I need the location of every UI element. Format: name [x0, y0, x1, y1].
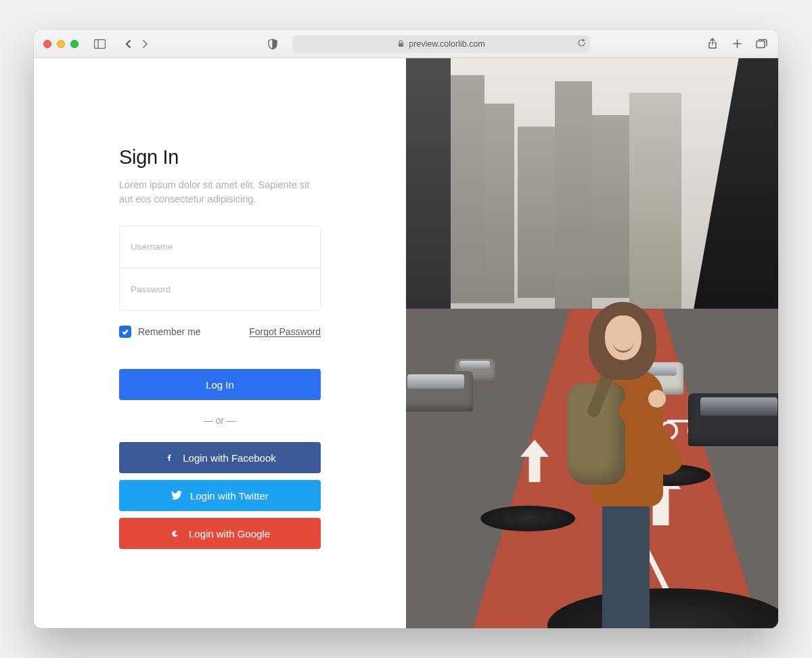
- new-tab-icon[interactable]: [729, 37, 744, 51]
- back-button[interactable]: [123, 37, 134, 51]
- remember-me-toggle[interactable]: Remember me: [119, 326, 201, 338]
- minimize-window-button[interactable]: [57, 40, 65, 48]
- forward-button[interactable]: [139, 37, 150, 51]
- checkbox-checked-icon: [119, 326, 131, 338]
- reload-icon[interactable]: [577, 39, 586, 49]
- login-facebook-button[interactable]: Login with Facebook: [119, 442, 321, 473]
- password-input[interactable]: [131, 284, 309, 294]
- svg-rect-2: [399, 43, 403, 47]
- login-twitter-button[interactable]: Login with Twitter: [119, 480, 321, 511]
- remember-me-label: Remember me: [138, 326, 201, 337]
- google-icon: [170, 528, 181, 539]
- lock-icon: [397, 40, 405, 47]
- sidebar-toggle-icon[interactable]: [92, 37, 107, 51]
- share-icon[interactable]: [705, 37, 720, 51]
- page-title: Sign In: [119, 146, 321, 169]
- facebook-icon: [164, 452, 175, 463]
- svg-rect-5: [757, 41, 765, 48]
- login-button-label: Log In: [206, 379, 234, 391]
- url-text: preview.colorlib.com: [409, 39, 485, 49]
- facebook-button-label: Login with Facebook: [183, 452, 276, 464]
- google-button-label: Login with Google: [189, 528, 270, 540]
- svg-rect-0: [94, 39, 105, 48]
- address-bar[interactable]: preview.colorlib.com: [292, 35, 590, 53]
- forgot-password-link[interactable]: Forgot Password: [249, 326, 321, 337]
- login-google-button[interactable]: Login with Google: [119, 518, 321, 549]
- credentials-group: [119, 225, 321, 311]
- hero-image: [406, 58, 778, 628]
- twitter-icon: [171, 490, 182, 501]
- page-subtitle: Lorem ipsum dolor sit amet elit. Sapient…: [119, 178, 321, 206]
- username-input[interactable]: [131, 242, 309, 252]
- login-panel: Sign In Lorem ipsum dolor sit amet elit.…: [34, 58, 406, 628]
- privacy-shield-icon[interactable]: [265, 37, 280, 51]
- close-window-button[interactable]: [43, 40, 51, 48]
- username-field[interactable]: [120, 226, 320, 268]
- tab-overview-icon[interactable]: [754, 37, 769, 51]
- browser-window: preview.colorlib.com Sign In Lorem ipsum…: [34, 30, 778, 628]
- or-separator: — or —: [119, 415, 321, 426]
- hero-person: [555, 276, 677, 628]
- window-controls: [43, 40, 78, 48]
- twitter-button-label: Login with Twitter: [190, 490, 269, 502]
- password-field[interactable]: [120, 268, 320, 310]
- login-button[interactable]: Log In: [119, 369, 321, 400]
- page-content: Sign In Lorem ipsum dolor sit amet elit.…: [34, 58, 778, 628]
- titlebar: preview.colorlib.com: [34, 30, 778, 58]
- maximize-window-button[interactable]: [70, 40, 78, 48]
